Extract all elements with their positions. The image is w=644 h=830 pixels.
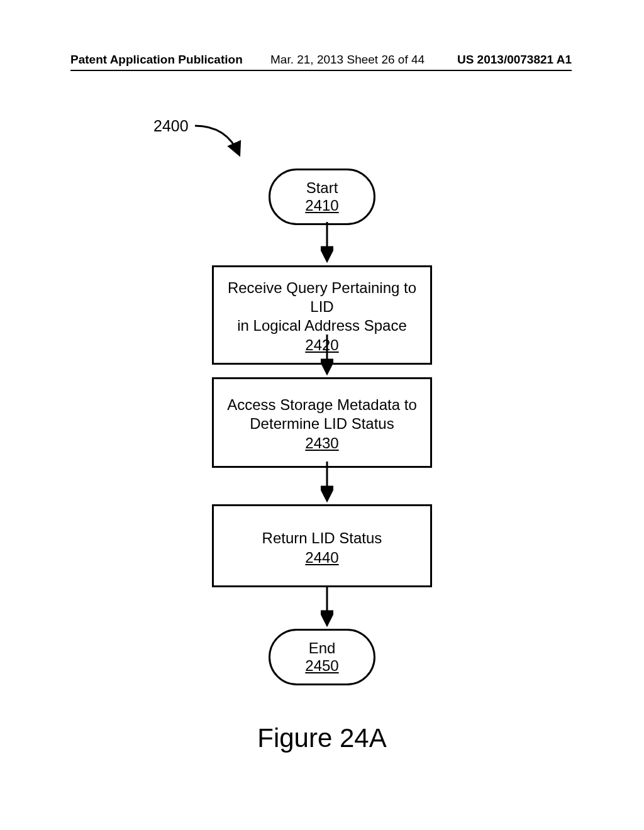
header-mid: Mar. 21, 2013 Sheet 26 of 44 — [270, 53, 425, 67]
header-right: US 2013/0073821 A1 — [457, 53, 572, 67]
page-header: Patent Application Publication Mar. 21, … — [0, 53, 644, 72]
arrow-icon — [321, 586, 333, 630]
start-title: Start — [297, 179, 347, 197]
header-left: Patent Application Publication — [70, 53, 243, 67]
end-title: End — [297, 639, 347, 657]
return-line1: Return LID Status — [220, 529, 424, 548]
start-num: 2410 — [297, 197, 347, 214]
figure-caption: Figure 24A — [257, 723, 386, 753]
arrow-icon — [321, 222, 333, 266]
end-node: End 2450 — [269, 629, 375, 685]
receive-line2: in Logical Address Space — [220, 316, 424, 335]
header-rule — [70, 70, 572, 71]
arrow-icon — [321, 462, 333, 506]
return-node: Return LID Status 2440 — [212, 504, 432, 587]
end-num: 2450 — [297, 657, 347, 675]
arrow-icon — [321, 335, 333, 379]
access-node: Access Storage Metadata to Determine LID… — [212, 377, 432, 468]
callout-label: 2400 — [153, 117, 189, 135]
access-num: 2430 — [220, 434, 424, 452]
start-node: Start 2410 — [269, 169, 375, 225]
return-num: 2440 — [220, 549, 424, 567]
callout-arrow-icon — [189, 119, 252, 170]
receive-line1: Receive Query Pertaining to LID — [220, 279, 424, 316]
page: Patent Application Publication Mar. 21, … — [0, 0, 644, 830]
access-line2: Determine LID Status — [220, 414, 424, 433]
access-line1: Access Storage Metadata to — [220, 396, 424, 414]
